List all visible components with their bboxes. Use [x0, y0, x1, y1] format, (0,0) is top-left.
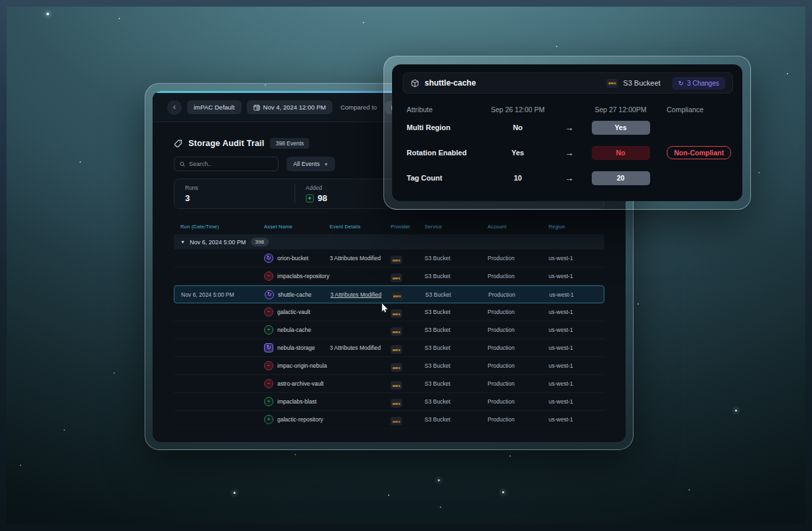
- account-cell: Production: [488, 309, 549, 315]
- after-value-pill: Yes: [592, 121, 650, 135]
- removed-icon: −: [264, 307, 273, 317]
- table-row[interactable]: −impaclabs-repositoryawsS3 BucketProduct…: [174, 267, 604, 285]
- star: [758, 172, 760, 173]
- stat-runs-label: Runs: [185, 185, 198, 191]
- account-cell: Production: [488, 273, 549, 279]
- stat-added-label: Added: [306, 185, 327, 191]
- table-group-row[interactable]: ▼ Nov 6, 2024 5:00 PM 398: [174, 234, 604, 250]
- base-date-pill[interactable]: Nov 4, 2024 12:00 PM: [247, 100, 333, 114]
- provider-cell: aws: [391, 324, 425, 337]
- aws-provider-icon: aws: [391, 292, 403, 301]
- group-count-badge: 398: [251, 238, 269, 246]
- service-cell: S3 Bucket: [425, 398, 488, 405]
- table-row[interactable]: −galactic-vaultawsS3 BucketProductionus-…: [174, 303, 604, 321]
- star: [113, 372, 115, 374]
- asset-name: nebula-storage: [277, 344, 315, 351]
- table-row[interactable]: −impac-origin-nebulaawsS3 BucketProducti…: [174, 357, 604, 375]
- arrow-right-icon: →: [556, 148, 582, 158]
- chevron-down-icon: ▼: [180, 240, 185, 244]
- detail-header: shuttle-cache aws S3 Buckeet ↻ 3 Changes: [403, 72, 733, 94]
- table-row[interactable]: +impaclabs-blastawsS3 BucketProductionus…: [174, 393, 604, 411]
- star: [735, 410, 737, 412]
- asset-cell: +impaclabs-blast: [264, 397, 330, 406]
- removed-icon: −: [264, 271, 273, 281]
- search-icon: [180, 161, 185, 167]
- region-cell: us-west-1: [549, 291, 604, 298]
- event-filter-dropdown[interactable]: All Events ▼: [287, 157, 335, 171]
- table-row[interactable]: Nov 6, 2024 5:00 PM↻shuttle-cache3 Attri…: [174, 285, 604, 303]
- compared-to-label: Compared to: [340, 104, 377, 111]
- column-header-account: Account: [488, 224, 549, 230]
- table-row[interactable]: +nebula-cacheawsS3 BucketProductionus-we…: [174, 321, 604, 339]
- service-cell: S3 Bucket: [425, 255, 488, 262]
- table-row[interactable]: ↻orion-bucket3 Attributes ModifiedawsS3 …: [174, 250, 604, 267]
- region-cell: us-west-1: [549, 309, 604, 315]
- asset-name: astro-archive-vault: [277, 380, 324, 387]
- account-cell: Production: [488, 255, 549, 262]
- asset-cell: ↻nebula-storage: [264, 343, 330, 352]
- aws-provider-icon: aws: [391, 363, 402, 372]
- back-button[interactable]: ‹: [167, 100, 182, 115]
- before-value: Yes: [480, 149, 556, 157]
- event-filter-label: All Events: [293, 161, 320, 167]
- account-cell: Production: [488, 327, 549, 333]
- star: [80, 161, 81, 163]
- calendar-icon: [253, 104, 260, 111]
- provider-cell: aws: [391, 252, 425, 265]
- chevron-down-icon: ▼: [324, 162, 328, 167]
- non-compliant-badge: Non-Compliant: [667, 146, 731, 159]
- aws-provider-icon: aws: [391, 381, 402, 390]
- stats-divider: [295, 185, 295, 203]
- changes-count-badge: ↻ 3 Changes: [672, 77, 725, 90]
- removed-icon: −: [264, 361, 273, 370]
- col-before-date: Sep 26 12:00 PM: [480, 106, 556, 114]
- detail-service-name: S3 Buckeet: [623, 79, 660, 87]
- table-row[interactable]: +galactic-repositoryawsS3 BucketProducti…: [174, 411, 604, 429]
- star: [438, 479, 440, 481]
- region-cell: us-west-1: [549, 327, 604, 333]
- service-cell: S3 Bucket: [425, 362, 488, 369]
- column-header-service: Service: [425, 224, 488, 230]
- star: [440, 506, 441, 508]
- service-cell: S3 Bucket: [425, 380, 488, 387]
- provider-cell: aws: [391, 342, 425, 354]
- event-details-link[interactable]: 3 Attributes Modified: [330, 291, 391, 298]
- plus-icon: +: [306, 194, 314, 202]
- attribute-name: Multi Region: [407, 123, 480, 131]
- provider-cell: aws: [391, 414, 425, 426]
- event-details-link[interactable]: 3 Attributes Modified: [330, 255, 391, 262]
- provider-cell: aws: [391, 306, 425, 319]
- asset-name: galactic-repository: [277, 416, 323, 423]
- cube-icon: [411, 79, 419, 88]
- col-compliance: Compliance: [659, 106, 732, 114]
- group-date-label: Nov 6, 2024 5:00 PM: [190, 239, 246, 246]
- event-details-link[interactable]: 3 Attributes Modified: [330, 344, 391, 351]
- modified-icon: ↻: [264, 343, 273, 352]
- account-cell: Production: [488, 344, 549, 351]
- history-icon: ↻: [678, 80, 683, 87]
- star: [787, 73, 788, 74]
- table-row[interactable]: −astro-archive-vaultawsS3 BucketProducti…: [174, 375, 604, 393]
- star: [119, 18, 120, 19]
- asset-cell: ↻orion-bucket: [264, 254, 330, 263]
- asset-cell: +galactic-repository: [264, 415, 330, 424]
- modified-icon: ↻: [264, 254, 273, 263]
- provider-cell: aws: [391, 378, 425, 390]
- provider-cell: aws: [391, 396, 425, 408]
- service-cell: S3 Bucket: [425, 416, 488, 423]
- asset-name: impaclabs-repository: [277, 273, 329, 279]
- table-body: ↻orion-bucket3 Attributes ModifiedawsS3 …: [174, 250, 604, 429]
- account-cell: Production: [488, 380, 549, 387]
- table-row[interactable]: ↻nebula-storage3 Attributes ModifiedawsS…: [174, 339, 604, 357]
- aws-provider-icon: aws: [391, 309, 402, 318]
- star: [502, 491, 504, 493]
- table-header-row: Run (Date/Time)Asset NameEvent DetailsPr…: [174, 222, 604, 231]
- aws-provider-icon: aws: [391, 256, 402, 264]
- profile-pill[interactable]: imPAC Default: [187, 100, 241, 114]
- star: [295, 454, 296, 455]
- star: [509, 455, 511, 457]
- asset-name: galactic-vault: [277, 309, 310, 315]
- star: [46, 13, 49, 15]
- asset-name: nebula-cache: [277, 327, 311, 333]
- search-input[interactable]: [189, 161, 273, 167]
